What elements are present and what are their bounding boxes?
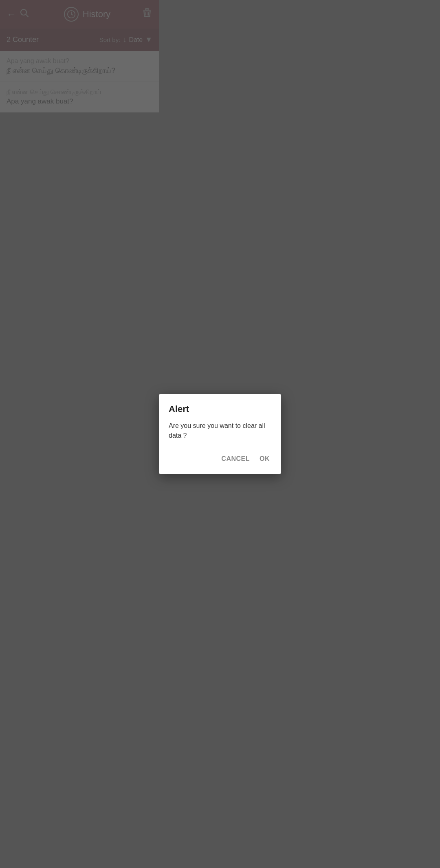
content-area: Apa yang awak buat? நீ என்ன செய்து கொண்ட… (0, 51, 159, 112)
modal-overlay (0, 0, 159, 334)
